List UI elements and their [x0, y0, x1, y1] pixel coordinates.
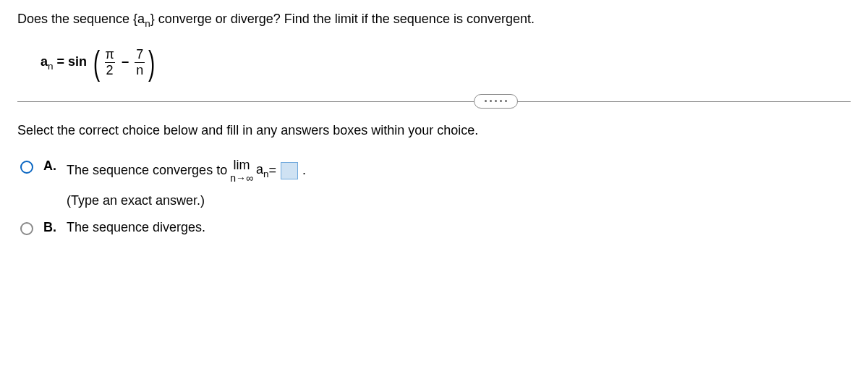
instruction-text: Select the correct choice below and fill…: [17, 123, 851, 138]
divider-line: [17, 101, 851, 102]
dots-icon: [485, 100, 507, 102]
formula-lhs: an = sin: [41, 54, 87, 72]
answer-input[interactable]: [281, 162, 298, 179]
choice-a: A. The sequence converges to lim n→∞ an …: [20, 158, 851, 208]
radio-b[interactable]: [20, 222, 33, 235]
divider-pill[interactable]: [474, 94, 518, 109]
question-prefix: Does the sequence {a: [17, 12, 145, 26]
choice-a-letter: A.: [43, 158, 58, 174]
question-suffix: } converge or diverge? Find the limit if…: [150, 12, 535, 26]
paren-group: ( π 2 − 7 n ): [91, 46, 158, 80]
fraction-7-over-n: 7 n: [135, 47, 145, 78]
choice-a-text1: The sequence converges to: [67, 163, 227, 178]
minus-sign: −: [122, 55, 129, 70]
choice-a-line1: The sequence converges to lim n→∞ an = .: [67, 158, 306, 183]
left-paren: (: [93, 46, 100, 80]
choice-a-period: .: [302, 163, 306, 178]
question-prompt: Does the sequence {an} converge or diver…: [17, 12, 851, 29]
choice-b: B. The sequence diverges.: [20, 220, 851, 235]
question-sub-n: n: [145, 18, 150, 29]
radio-a[interactable]: [20, 161, 33, 174]
right-paren: ): [148, 46, 155, 80]
choice-b-text: The sequence diverges.: [67, 220, 205, 235]
fraction-pi-over-2: π 2: [103, 47, 115, 78]
sequence-formula: an = sin ( π 2 − 7 n ): [41, 46, 851, 80]
an-inline: an: [256, 162, 269, 179]
choice-a-hint: (Type an exact answer.): [67, 193, 306, 208]
section-divider: [17, 94, 851, 109]
choice-b-letter: B.: [43, 220, 58, 235]
limit-block: lim n→∞: [230, 158, 253, 183]
